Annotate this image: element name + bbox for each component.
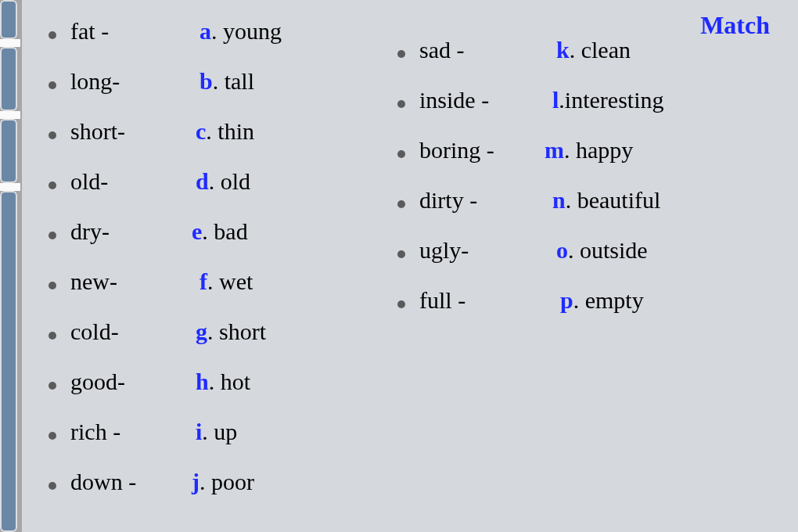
bullet-icon xyxy=(49,31,56,39)
bullet-icon xyxy=(49,232,56,239)
list-item: cold-g. short xyxy=(49,316,393,343)
list-item: down - j. poor xyxy=(49,466,393,494)
prompt-word: dirty - xyxy=(419,189,552,212)
list-item: boring -m. happy xyxy=(397,135,789,162)
prompt-word: old- xyxy=(70,170,196,193)
option-letter: j xyxy=(192,470,200,494)
list-item: old-d. old xyxy=(49,166,393,193)
list-item: inside -l.interesting xyxy=(397,84,789,112)
list-item: fat - a. young xyxy=(49,16,393,43)
option-word: . poor xyxy=(200,470,254,494)
prompt-word: boring - xyxy=(419,138,545,162)
prompt-word: inside - xyxy=(419,88,552,112)
option-word: . clean xyxy=(570,38,631,62)
prompt-word: dry- xyxy=(70,220,192,243)
option-word: . wet xyxy=(207,270,253,293)
prompt-word: down - xyxy=(70,470,192,494)
prompt-word: long- xyxy=(70,70,200,93)
prompt-word: new- xyxy=(70,270,200,293)
left-column: fat - a. younglong-b. tallshort-c. thino… xyxy=(49,16,393,516)
right-column: sad -k. cleaninside -l.interestingboring… xyxy=(397,34,789,335)
bullet-icon xyxy=(397,200,405,208)
bullet-icon xyxy=(49,81,56,89)
option-letter: i xyxy=(196,420,202,444)
bullet-icon xyxy=(397,250,405,258)
option-letter: n xyxy=(552,189,566,212)
option-letter: k xyxy=(556,38,570,62)
option-letter: g xyxy=(196,320,207,343)
bullet-icon xyxy=(397,300,405,308)
list-item: sad -k. clean xyxy=(397,34,789,62)
list-item: ugly-o. outside xyxy=(397,235,789,262)
list-item: long-b. tall xyxy=(49,66,393,93)
option-word: . tall xyxy=(213,70,254,93)
option-letter: p xyxy=(560,289,573,312)
bullet-icon xyxy=(397,150,405,158)
option-word: . empty xyxy=(573,289,644,312)
option-letter: f xyxy=(200,270,207,293)
list-item: short-c. thin xyxy=(49,116,393,143)
list-item: good-h. hot xyxy=(49,366,393,394)
option-word: . old xyxy=(209,170,250,193)
option-letter: c xyxy=(196,120,206,143)
bullet-icon xyxy=(397,50,405,58)
option-letter: d xyxy=(196,170,209,193)
list-item: dirty -n. beautiful xyxy=(397,185,789,212)
bullet-icon xyxy=(49,182,56,189)
option-letter: o xyxy=(556,239,568,262)
option-letter: l xyxy=(552,88,559,112)
prompt-word: short- xyxy=(70,120,196,143)
list-item: dry-e. bad xyxy=(49,216,393,243)
bullet-icon xyxy=(49,332,56,340)
option-word: . bad xyxy=(202,220,247,243)
option-word: . short xyxy=(207,320,266,343)
prompt-word: rich - xyxy=(70,420,196,444)
option-word: . young xyxy=(211,20,282,43)
slide-area: Match fat - a. younglong-b. tallshort-c.… xyxy=(22,0,798,532)
bullet-icon xyxy=(49,482,56,490)
bullet-icon xyxy=(397,100,405,108)
option-letter: m xyxy=(545,138,564,162)
prompt-word: good- xyxy=(70,370,196,394)
prompt-word: full - xyxy=(419,289,560,312)
prompt-word: sad - xyxy=(419,38,556,62)
option-letter: a xyxy=(200,20,211,43)
option-letter: b xyxy=(200,70,213,93)
option-word: . hot xyxy=(209,370,250,394)
option-word: . up xyxy=(202,420,237,444)
option-word: . outside xyxy=(568,239,648,262)
prompt-word: fat - xyxy=(70,20,200,43)
list-item: rich -i. up xyxy=(49,416,393,444)
bullet-icon xyxy=(49,432,56,440)
decorative-side-strip xyxy=(0,0,22,532)
bullet-icon xyxy=(49,131,56,139)
option-word: .interesting xyxy=(559,88,663,112)
prompt-word: cold- xyxy=(70,320,196,343)
list-item: new-f. wet xyxy=(49,266,393,293)
option-letter: h xyxy=(196,370,209,394)
option-word: . beautiful xyxy=(566,189,661,212)
bullet-icon xyxy=(49,382,56,390)
list-item: full -p. empty xyxy=(397,285,789,312)
bullet-icon xyxy=(49,282,56,289)
option-letter: e xyxy=(192,220,202,243)
option-word: . thin xyxy=(206,120,254,143)
prompt-word: ugly- xyxy=(419,239,556,262)
option-word: . happy xyxy=(564,138,633,162)
